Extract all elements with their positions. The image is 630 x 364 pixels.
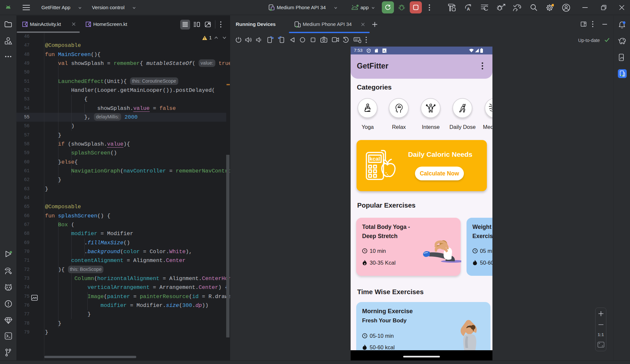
svg-text:A: A	[383, 49, 385, 52]
svg-text:kcal: kcal	[370, 156, 380, 162]
svg-text:A: A	[467, 7, 470, 11]
